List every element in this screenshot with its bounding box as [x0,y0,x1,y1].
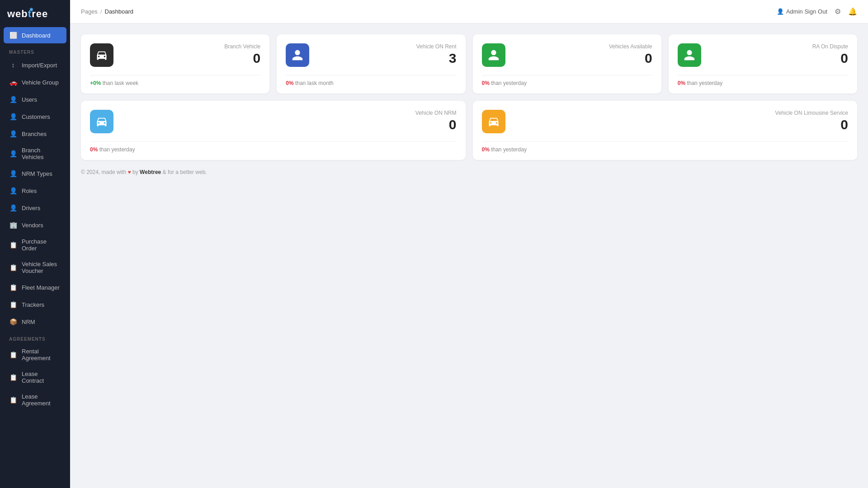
sidebar-item-drivers[interactable]: 👤 Drivers [4,200,66,216]
vehicle-group-label: Vehicle Group [22,79,59,86]
sidebar-item-roles[interactable]: 👤 Roles [4,183,66,199]
fleet-manager-icon: 📋 [9,283,17,291]
vehicle-on-limousine-icon-box [482,110,505,133]
card-top-vehicle-on-rent: Vehicle ON Rent 3 [286,43,456,67]
branch-vehicle-info: Branch Vehicle 0 [113,43,260,65]
dashboard-label: Dashboard [22,32,51,39]
admin-signout-button[interactable]: 👤 Admin Sign Out [777,8,827,15]
import-export-label: Import/Export [22,62,57,69]
vendors-icon: 🏢 [9,221,17,229]
lease-contract-label: Lease Contract [22,371,61,384]
topbar: Pages / Dashboard 👤 Admin Sign Out ⚙ 🔔 [70,0,868,23]
roles-icon: 👤 [9,187,17,195]
stat-card-vehicles-available: Vehicles Available 0 0% than yesterday [473,34,661,94]
topbar-right: 👤 Admin Sign Out ⚙ 🔔 [777,7,857,16]
trackers-label: Trackers [22,301,44,308]
vehicles-available-footer-value: 0% [482,80,490,86]
roles-label: Roles [22,188,37,194]
vehicles-available-label: Vehicles Available [510,43,652,50]
vehicles-available-value: 0 [510,52,652,65]
sidebar-item-import-export[interactable]: ↕ Import/Export [4,57,66,73]
sidebar-item-lease-agreement[interactable]: 📋 Lease Agreement [4,389,66,411]
sidebar-item-users[interactable]: 👤 Users [4,91,66,108]
sidebar-item-rental-agreement[interactable]: 📋 Rental Agreement [4,344,66,366]
vehicle-on-nrm-value: 0 [118,118,457,131]
vehicle-on-rent-footer-value: 0% [286,80,293,86]
vehicle-on-rent-footer: 0% than lask month [286,75,456,86]
vehicle-on-nrm-icon-box [90,110,113,133]
vehicle-on-rent-label: Vehicle ON Rent [314,43,456,50]
admin-signout-label: Admin Sign Out [786,8,827,15]
sidebar-item-trackers[interactable]: 📋 Trackers [4,296,66,313]
vehicle-on-rent-value: 3 [314,52,456,65]
customers-label: Customers [22,113,50,120]
sidebar-item-branches[interactable]: 👤 Branches [4,126,66,142]
heart-icon: ♥ [128,169,131,175]
breadcrumb: Pages / Dashboard [81,8,133,15]
vehicle-on-limousine-footer-text: than yesterday [491,146,527,153]
logo: webt✱ree [0,0,70,27]
vehicle-on-rent-info: Vehicle ON Rent 3 [309,43,456,65]
rental-agreement-icon: 📋 [9,351,17,359]
sidebar-item-nrm[interactable]: 📦 NRM [4,314,66,330]
sidebar-item-customers[interactable]: 👤 Customers [4,108,66,125]
card-top-ra-on-dispute: RA On Dispute 0 [678,43,848,67]
import-export-icon: ↕ [9,61,17,69]
users-label: Users [22,96,37,103]
ra-on-dispute-footer-text: than yesterday [687,80,722,86]
ra-on-dispute-label: RA On Dispute [706,43,848,50]
stat-card-vehicle-on-limousine: Vehicle ON Limousine Service 0 0% than y… [473,101,858,160]
branch-vehicle-footer-text: than lask week [103,80,138,86]
nrm-icon: 📦 [9,318,17,326]
sidebar-item-vehicle-group[interactable]: 🚗 Vehicle Group [4,74,66,90]
sidebar-item-nrm-types[interactable]: 👤 NRM Types [4,165,66,182]
lease-contract-icon: 📋 [9,373,17,381]
vehicle-on-limousine-info: Vehicle ON Limousine Service 0 [505,110,849,131]
branch-vehicle-footer: +0% than lask week [90,75,260,86]
vehicle-on-limousine-value: 0 [510,118,849,131]
vehicles-available-footer: 0% than yesterday [482,75,652,86]
vehicle-on-limousine-label: Vehicle ON Limousine Service [510,110,849,116]
branch-vehicles-icon: 👤 [9,150,17,158]
vehicle-sales-voucher-label: Vehicle Sales Voucher [22,261,61,274]
purchase-order-icon: 📋 [9,241,17,249]
card-top-vehicle-on-limousine: Vehicle ON Limousine Service 0 [482,110,849,133]
vendors-label: Vendors [22,222,43,229]
branches-label: Branches [22,131,47,137]
sidebar-item-lease-contract[interactable]: 📋 Lease Contract [4,366,66,388]
card-top-vehicles-available: Vehicles Available 0 [482,43,652,67]
sidebar-item-dashboard[interactable]: ⬜ Dashboard [4,27,66,43]
branch-vehicle-value: 0 [118,52,260,65]
masters-section-label: MASTERS [0,43,70,56]
bell-icon[interactable]: 🔔 [848,7,857,16]
vehicle-on-nrm-label: Vehicle ON NRM [118,110,457,116]
agreements-section-label: AGREEMENTS [0,330,70,343]
sidebar-item-vehicle-sales-voucher[interactable]: 📋 Vehicle Sales Voucher [4,257,66,278]
stat-card-vehicle-on-nrm: Vehicle ON NRM 0 0% than yesterday [81,101,466,160]
footer-made-with: made with [102,169,127,175]
sidebar: webt✱ree ⬜ Dashboard MASTERS ↕ Import/Ex… [0,0,70,488]
stat-card-ra-on-dispute: RA On Dispute 0 0% than yesterday [669,34,857,94]
purchase-order-label: Purchase Order [22,238,61,252]
nrm-label: NRM [22,319,35,325]
vehicle-on-rent-footer-text: than lask month [295,80,334,86]
fleet-manager-label: Fleet Manager [22,284,60,291]
vehicles-available-footer-text: than yesterday [491,80,527,86]
users-icon: 👤 [9,95,17,103]
sidebar-item-fleet-manager[interactable]: 📋 Fleet Manager [4,279,66,296]
vehicle-on-nrm-footer: 0% than yesterday [90,141,457,153]
settings-icon[interactable]: ⚙ [835,7,841,16]
main-content: Pages / Dashboard 👤 Admin Sign Out ⚙ 🔔 [70,0,868,488]
card-top-branch-vehicle: Branch Vehicle 0 [90,43,260,67]
person-icon: 👤 [777,8,784,15]
vehicle-sales-voucher-icon: 📋 [9,263,17,272]
breadcrumb-parent: Pages [81,8,98,15]
ra-on-dispute-value: 0 [706,52,848,65]
breadcrumb-separator: / [100,8,102,15]
sidebar-item-purchase-order[interactable]: 📋 Purchase Order [4,234,66,256]
vehicle-on-limousine-footer: 0% than yesterday [482,141,849,153]
breadcrumb-current: Dashboard [105,8,134,15]
sidebar-item-branch-vehicles[interactable]: 👤 Branch Vehicles [4,143,66,164]
stats-row-2: Vehicle ON NRM 0 0% than yesterday Vehic… [81,101,857,160]
sidebar-item-vendors[interactable]: 🏢 Vendors [4,217,66,233]
